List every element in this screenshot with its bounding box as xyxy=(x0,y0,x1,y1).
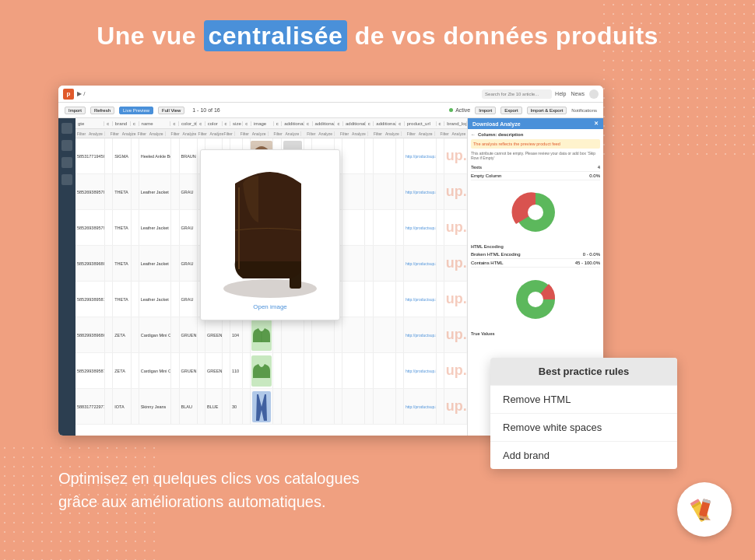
sidebar-icon-4[interactable] xyxy=(61,174,72,185)
col-add-img-1: additional_image_1 xyxy=(282,121,304,126)
col-size: size xyxy=(230,121,243,126)
panel-content: ← Column: description The analysis refle… xyxy=(468,129,603,341)
svg-point-10 xyxy=(223,279,317,298)
refresh-button[interactable]: Refresh xyxy=(90,107,114,114)
stat-contains-html: Contains HTML 45 - 100.0% xyxy=(471,259,600,268)
app-logo: p xyxy=(63,89,74,100)
active-indicator xyxy=(449,108,453,112)
sub-headers: Filter Analyze Filter Analyze Filter Ana… xyxy=(76,129,467,138)
export-button[interactable]: Export xyxy=(500,107,521,114)
col-name: name xyxy=(139,121,171,126)
table-row: 5882993896861 ZETA Cardigan Mini Collect… xyxy=(76,317,467,353)
bottom-text: Optimisez en quelques clics vos catalogu… xyxy=(58,467,360,513)
import2-button[interactable]: Import xyxy=(475,107,496,114)
col-add-img-2: additional_image_2 xyxy=(313,121,335,126)
sidebar xyxy=(58,118,76,436)
col-add-img-3: additional_image_3 xyxy=(343,121,366,126)
import-button[interactable]: Import xyxy=(65,107,86,114)
open-image-label[interactable]: Open image xyxy=(253,303,287,310)
pie-chart-2 xyxy=(471,272,600,327)
col-add-img-4: additional_image_4 xyxy=(374,121,396,126)
active-status: Active xyxy=(449,107,470,113)
app-bar-actions: Help News xyxy=(555,89,599,99)
stat-texts: Texts 4 xyxy=(471,163,600,172)
svg-point-16 xyxy=(528,292,543,307)
panel-close-button[interactable]: ✕ xyxy=(594,121,599,127)
sidebar-icon-3[interactable] xyxy=(61,157,72,168)
full-view-button[interactable]: Full View xyxy=(158,107,184,114)
stat-broken-html: Broken HTML Encoding 0 - 0.0% xyxy=(471,250,600,259)
html-encoding-label: HTML Encoding xyxy=(471,244,600,249)
app-bar: p ▶ / Help News xyxy=(58,86,603,103)
table-area: gte c brand c name c color_ttle c color … xyxy=(76,118,467,436)
breadcrumb: ▶ / xyxy=(77,90,85,97)
pagination: 1 - 10 of 16 xyxy=(192,107,219,113)
column-headers: gte c brand c name c color_ttle c color … xyxy=(76,118,467,129)
notifications-label: Notifications xyxy=(571,108,597,113)
col-product-url: product_url xyxy=(405,121,437,126)
stat-empty-column: Empty Column 0.0% xyxy=(471,172,600,180)
search-input[interactable] xyxy=(482,89,552,99)
col-image: image xyxy=(251,121,274,126)
col-color: color xyxy=(205,121,223,126)
pencil-icon xyxy=(677,482,732,537)
product-image-popup: Open image xyxy=(200,149,340,320)
live-preview-button[interactable]: Live Preview xyxy=(119,107,153,114)
toolbar: Import Refresh Live Preview Full View 1 … xyxy=(58,103,603,118)
panel-header: Download Analyze ✕ xyxy=(468,118,603,129)
pie-chart-1 xyxy=(471,185,600,240)
true-values-label: True Values xyxy=(471,331,600,336)
best-practice-header: Best practice rules xyxy=(490,358,677,385)
table-row: 5852993895878 ZETA Cardigan Mini Collect… xyxy=(76,353,467,389)
table-row: 5883177229777 IOTA Skinny Jeans BLAU BLU… xyxy=(76,389,467,425)
product-image xyxy=(212,160,328,300)
sidebar-icon-2[interactable] xyxy=(61,140,72,151)
bp-item-add-brand[interactable]: Add brand xyxy=(490,441,677,469)
dot-pattern-top-right xyxy=(599,0,755,156)
bp-item-remove-whitespace[interactable]: Remove white spaces xyxy=(490,413,677,441)
col-brand: brand xyxy=(113,121,131,126)
user-avatar xyxy=(589,89,599,99)
note-text: This attribute cannot be empty. Please r… xyxy=(471,151,600,160)
col-brand-logo: brand_logo xyxy=(444,121,467,126)
col-gte: gte xyxy=(76,121,104,126)
sidebar-icon-1[interactable] xyxy=(61,123,72,134)
bp-item-remove-html[interactable]: Remove HTML xyxy=(490,385,677,413)
best-practice-panel: Best practice rules Remove HTML Remove w… xyxy=(490,358,677,469)
alert-message: The analysis reflects the preview produc… xyxy=(471,139,600,149)
svg-point-14 xyxy=(528,205,543,220)
import-export-button[interactable]: Import & Export xyxy=(527,107,567,114)
col-color-title: color_ttle xyxy=(179,121,197,126)
column-label: ← xyxy=(471,132,476,137)
